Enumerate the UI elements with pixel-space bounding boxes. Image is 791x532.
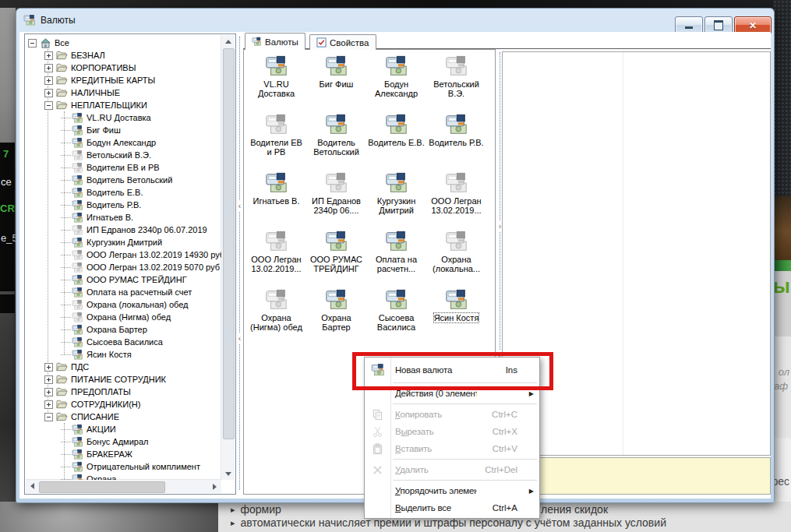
tree-horizontal-scrollbar[interactable] bbox=[26, 479, 221, 493]
currency-item[interactable]: ООО Легран 13.02.2019... bbox=[246, 227, 306, 286]
tree-vertical-scrollbar[interactable] bbox=[221, 35, 235, 480]
tree-item[interactable]: Кургузкин Дмитрий bbox=[26, 236, 221, 248]
tree-item[interactable]: Сысоева Василиса bbox=[26, 336, 221, 348]
currency-item-label: ИП Едранов 2340р 06.... bbox=[308, 196, 365, 215]
context-menu-item[interactable]: КопироватьCtrl+C bbox=[365, 406, 539, 423]
tree-item[interactable]: Водитель Е.В. bbox=[26, 186, 221, 199]
tree-expander-plus[interactable] bbox=[44, 375, 53, 384]
menu-separator bbox=[393, 403, 537, 404]
tree-item-label: ПДС bbox=[71, 362, 89, 372]
tree-item[interactable]: ООО Легран 13.02.2019 14930 руб bbox=[26, 248, 221, 261]
tree-item[interactable]: ПИТАНИЕ СОТРУДНИК bbox=[26, 373, 221, 386]
tree-expander-plus[interactable] bbox=[44, 363, 53, 372]
collapse-left-icon[interactable]: ‹ bbox=[236, 201, 243, 212]
tree-expander-minus[interactable] bbox=[44, 101, 53, 110]
context-menu-item[interactable]: ВставитьCtrl+V bbox=[365, 440, 539, 457]
currency-item[interactable]: Игнатьев В. bbox=[246, 169, 306, 227]
tab-properties[interactable]: Свойства bbox=[309, 34, 376, 50]
currency-item[interactable]: Водитель Ветольский bbox=[306, 111, 366, 169]
scroll-left-button[interactable] bbox=[26, 480, 39, 492]
tree-item[interactable]: БЕЗНАЛ bbox=[26, 49, 221, 62]
currency-item[interactable]: Охрана (локальна... bbox=[426, 227, 486, 286]
tree-item[interactable]: Охрана Бартер bbox=[26, 323, 221, 336]
tree-item-label: Ветольский В.Э. bbox=[87, 150, 151, 160]
tree-expander-plus[interactable] bbox=[44, 388, 53, 396]
tree-expander-plus[interactable] bbox=[44, 89, 53, 97]
tree-expander-plus[interactable] bbox=[44, 400, 53, 409]
currency-item[interactable]: Водитель Р.В. bbox=[426, 111, 486, 169]
titlebar[interactable]: Валюты bbox=[16, 9, 774, 32]
context-menu-item[interactable]: Упорядочить элементы▶ bbox=[365, 482, 539, 499]
tree-item[interactable]: СОТРУДНИКИ(Н) bbox=[26, 398, 221, 410]
scroll-up-button[interactable] bbox=[221, 35, 235, 48]
tree-item[interactable]: ИП Едранов 2340р 06.07.2019 bbox=[26, 224, 221, 236]
currency-item[interactable]: ИП Едранов 2340р 06.... bbox=[306, 169, 366, 227]
currency-item-label: ООО РУМАС ТРЕЙДИНГ bbox=[308, 255, 365, 273]
currency-item[interactable]: Сысоева Василиса bbox=[366, 286, 426, 344]
tree-item[interactable]: Все bbox=[26, 37, 221, 49]
tree-item[interactable]: БРАКЕРАЖ bbox=[26, 448, 221, 460]
tree-item[interactable]: Водители ЕВ и РВ bbox=[26, 161, 221, 174]
currency-item[interactable]: ООО РУМАС ТРЕЙДИНГ bbox=[306, 227, 366, 286]
splitter-left[interactable]: ‹ ‹ bbox=[236, 33, 243, 493]
tree-item[interactable]: Охрана bbox=[26, 473, 221, 480]
currency-item[interactable]: Ясин Костя bbox=[426, 286, 486, 344]
scroll-down-button[interactable] bbox=[221, 467, 235, 480]
folder-icon bbox=[56, 386, 68, 397]
tree-item[interactable]: КРЕДИТНЫЕ КАРТЫ bbox=[26, 74, 221, 86]
tree-item-label: Игнатьев В. bbox=[87, 213, 133, 222]
tree-item[interactable]: Охрана (Нигма) обед bbox=[26, 311, 221, 323]
tree-item[interactable]: VL.RU Доставка bbox=[26, 111, 221, 124]
tree-item[interactable]: СПИСАНИЕ bbox=[26, 410, 221, 423]
tab-currencies[interactable]: Валюты bbox=[245, 33, 305, 50]
context-menu-item[interactable]: Выделить всеCtrl+A bbox=[365, 499, 539, 516]
currency-item-label: Водитель Е.В. bbox=[368, 138, 424, 147]
tree-item[interactable]: ПРЕДОПЛАТЫ bbox=[26, 386, 221, 398]
tree-item[interactable]: Ветольский В.Э. bbox=[26, 149, 221, 161]
tree-expander-minus[interactable] bbox=[28, 39, 37, 48]
currency-item[interactable]: Водители ЕВ и РВ bbox=[246, 111, 306, 169]
currency-item[interactable]: Водитель Е.В. bbox=[366, 111, 426, 169]
tree-item[interactable]: ООО Легран 13.02.2019 5070 руб bbox=[26, 261, 221, 273]
tree-item[interactable]: Отрицательный комплимент bbox=[26, 460, 221, 473]
currency-item[interactable]: Охрана Бартер bbox=[306, 286, 366, 344]
scrollbar-thumb[interactable] bbox=[223, 48, 235, 439]
context-menu-item[interactable]: ВырезатьCtrl+X bbox=[365, 423, 539, 440]
tree-item[interactable]: Оплата на расчетный счет bbox=[26, 286, 221, 298]
currency-item[interactable]: Ветольский В.Э. bbox=[426, 52, 486, 111]
context-menu-item[interactable]: УдалитьCtrl+Del bbox=[365, 461, 539, 478]
currency-item[interactable]: Охрана (Нигма) обед bbox=[246, 286, 306, 344]
tree-item[interactable]: Бонус Адмирал bbox=[26, 435, 221, 448]
currency-icon bbox=[72, 125, 83, 136]
currency-item[interactable]: Бодун Александр bbox=[366, 52, 426, 111]
tree-item[interactable]: Биг Фиш bbox=[26, 124, 221, 136]
tree-item[interactable]: ООО РУМАС ТРЕЙДИНГ bbox=[26, 273, 221, 286]
tree-expander-plus[interactable] bbox=[44, 64, 53, 72]
tree-item[interactable]: Водитель Ветольский bbox=[26, 174, 221, 186]
tree-item[interactable]: АКЦИИ bbox=[26, 423, 221, 435]
currency-item[interactable]: Биг Фиш bbox=[306, 52, 366, 111]
tree-item[interactable]: Ясин Костя bbox=[26, 348, 221, 361]
tree-item[interactable]: Охрана (локальная) обед bbox=[26, 298, 221, 311]
currency-item[interactable]: VL.RU Доставка bbox=[246, 52, 306, 111]
tree-item[interactable]: НАЛИЧНЫЕ bbox=[26, 86, 221, 99]
window-title: Валюты bbox=[41, 15, 76, 26]
scrollbar-thumb[interactable] bbox=[39, 481, 165, 493]
collapse-left-icon[interactable]: ‹ bbox=[236, 333, 243, 344]
currency-item[interactable]: Кургузкин Дмитрий bbox=[366, 169, 426, 227]
currency-item-label: Водитель Ветольский bbox=[308, 138, 365, 157]
tree-item[interactable]: Водитель Р.В. bbox=[26, 199, 221, 211]
tree-item[interactable]: ПДС bbox=[26, 361, 221, 373]
tree-item-label: VL.RU Доставка bbox=[87, 113, 151, 122]
tree-item[interactable]: НЕПЛАТЕЛЬЩИКИ bbox=[26, 99, 221, 111]
tree-expander-plus[interactable] bbox=[44, 76, 53, 85]
tree-expander-plus[interactable] bbox=[44, 51, 53, 60]
tree-item[interactable]: Бодун Александр bbox=[26, 136, 221, 149]
scroll-right-button[interactable] bbox=[208, 480, 221, 493]
tree-expander-minus[interactable] bbox=[44, 413, 53, 421]
currency-item[interactable]: ООО Легран 13.02.2019... bbox=[426, 169, 486, 227]
currency-icon bbox=[385, 288, 408, 312]
currency-item[interactable]: Оплата на расчетн... bbox=[366, 227, 426, 286]
tree-item[interactable]: КОРПОРАТИВЫ bbox=[26, 62, 221, 74]
tree-item[interactable]: Игнатьев В. bbox=[26, 211, 221, 224]
